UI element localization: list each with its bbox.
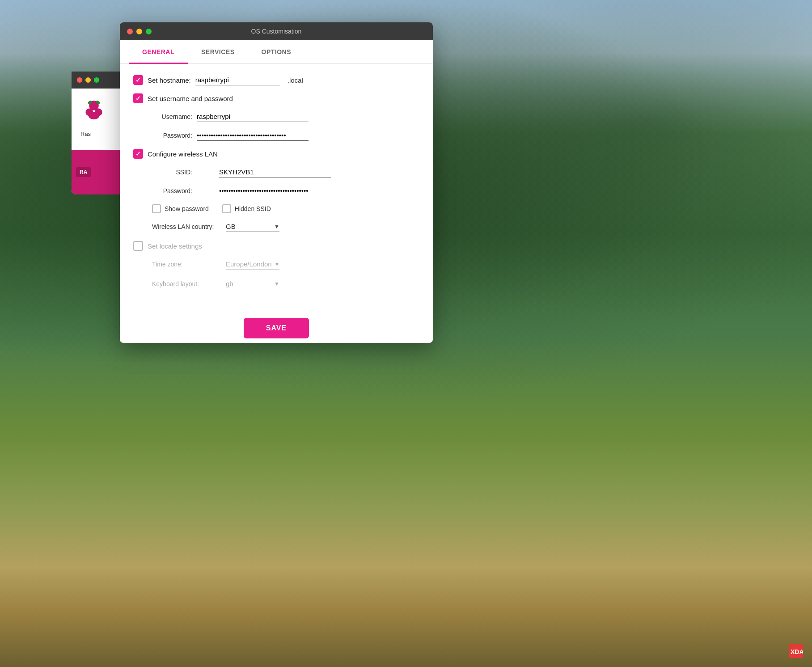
timezone-label: Time zone: bbox=[152, 261, 221, 268]
password-label: Password: bbox=[152, 132, 192, 139]
hostname-row: ✓ Set hostname: .local bbox=[133, 75, 419, 85]
bg-maximize-dot bbox=[94, 77, 99, 83]
keyboard-value: gb bbox=[226, 280, 233, 287]
timezone-value: Europe/London bbox=[226, 260, 272, 268]
wireless-password-label: Password: bbox=[152, 187, 192, 194]
timezone-dropdown-arrow: ▼ bbox=[275, 261, 280, 267]
password-field-row: Password: bbox=[133, 130, 419, 141]
timezone-dropdown[interactable]: Europe/London ▼ bbox=[226, 259, 279, 270]
bg-minimize-dot bbox=[85, 77, 91, 83]
country-dropdown-arrow: ▼ bbox=[274, 224, 279, 230]
username-label: Username: bbox=[152, 113, 192, 120]
dialog-titlebar: OS Customisation bbox=[120, 22, 433, 40]
show-password-label: Show password bbox=[165, 205, 209, 212]
tab-bar: GENERAL SERVICES OPTIONS bbox=[120, 40, 433, 64]
tab-general[interactable]: GENERAL bbox=[129, 40, 188, 63]
timezone-row: Time zone: Europe/London ▼ bbox=[133, 259, 419, 270]
keyboard-row: Keyboard layout: gb ▼ bbox=[133, 279, 419, 289]
maximize-button[interactable] bbox=[146, 29, 152, 34]
tab-services[interactable]: SERVICES bbox=[188, 40, 248, 63]
locale-label: Set locale settings bbox=[148, 242, 202, 250]
keyboard-dropdown-arrow: ▼ bbox=[274, 281, 279, 287]
username-password-checkbox-container[interactable]: ✓ Set username and password bbox=[133, 93, 233, 103]
xda-badge: XDA bbox=[789, 644, 803, 658]
xda-icon: XDA bbox=[789, 644, 803, 658]
country-label: Wireless LAN country: bbox=[152, 223, 221, 230]
os-customisation-dialog: OS Customisation GENERAL SERVICES OPTION… bbox=[120, 22, 433, 343]
ssid-label: SSID: bbox=[152, 169, 192, 176]
window-controls bbox=[127, 29, 152, 34]
hostname-checkbox[interactable]: ✓ bbox=[133, 75, 143, 85]
locale-checkbox[interactable] bbox=[133, 241, 143, 251]
country-dropdown[interactable]: GB ▼ bbox=[226, 221, 279, 232]
window-title: OS Customisation bbox=[251, 28, 302, 35]
save-row: SAVE bbox=[120, 309, 433, 343]
hidden-ssid-container[interactable]: Hidden SSID bbox=[222, 204, 271, 213]
locale-row: Set locale settings bbox=[133, 241, 419, 251]
username-input[interactable] bbox=[197, 111, 309, 122]
minimize-button[interactable] bbox=[136, 29, 142, 34]
username-password-row: ✓ Set username and password bbox=[133, 93, 419, 103]
country-value: GB bbox=[226, 223, 236, 230]
show-password-checkbox[interactable] bbox=[152, 204, 161, 213]
username-password-label: Set username and password bbox=[148, 95, 233, 102]
hostname-checkbox-container[interactable]: ✓ Set hostname: bbox=[133, 75, 191, 85]
rpi-logo bbox=[80, 97, 107, 124]
keyboard-dropdown[interactable]: gb ▼ bbox=[226, 279, 279, 289]
username-password-checkbox[interactable]: ✓ bbox=[133, 93, 143, 103]
tab-options[interactable]: OPTIONS bbox=[248, 40, 305, 63]
svg-text:XDA: XDA bbox=[791, 648, 803, 655]
hostname-suffix: .local bbox=[288, 76, 303, 84]
wireless-password-input[interactable] bbox=[219, 186, 331, 196]
show-password-hidden-ssid-row: Show password Hidden SSID bbox=[133, 204, 419, 213]
ssid-row: SSID: bbox=[133, 167, 419, 177]
password-input[interactable] bbox=[197, 130, 309, 141]
wireless-lan-row: ✓ Configure wireless LAN bbox=[133, 149, 419, 159]
hostname-input[interactable] bbox=[195, 75, 280, 85]
svg-point-3 bbox=[89, 112, 99, 119]
dialog-content: ✓ Set hostname: .local ✓ Set username an… bbox=[120, 64, 433, 309]
show-password-container[interactable]: Show password bbox=[152, 204, 209, 213]
close-button[interactable] bbox=[127, 29, 133, 34]
wireless-lan-checkbox-container[interactable]: ✓ Configure wireless LAN bbox=[133, 149, 218, 159]
bg-pink-text: RA bbox=[76, 167, 91, 177]
username-field-row: Username: bbox=[133, 111, 419, 122]
ssid-input[interactable] bbox=[219, 167, 331, 177]
wireless-lan-checkbox[interactable]: ✓ bbox=[133, 149, 143, 159]
bg-close-dot bbox=[77, 77, 82, 83]
hostname-checkbox-label: Set hostname: bbox=[148, 76, 191, 84]
hidden-ssid-label: Hidden SSID bbox=[235, 205, 271, 212]
locale-checkbox-container[interactable]: Set locale settings bbox=[133, 241, 202, 251]
save-button[interactable]: SAVE bbox=[244, 318, 309, 338]
keyboard-label: Keyboard layout: bbox=[152, 280, 221, 287]
wireless-lan-label: Configure wireless LAN bbox=[148, 150, 218, 158]
country-row: Wireless LAN country: GB ▼ bbox=[133, 221, 419, 232]
wireless-password-row: Password: bbox=[133, 186, 419, 196]
hidden-ssid-checkbox[interactable] bbox=[222, 204, 231, 213]
